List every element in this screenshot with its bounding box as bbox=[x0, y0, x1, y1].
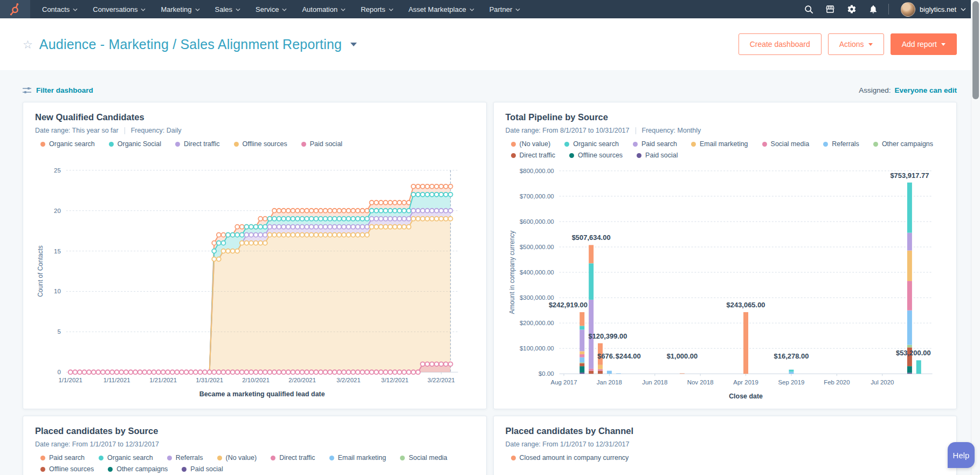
legend-dot-icon bbox=[109, 142, 114, 147]
chevron-down-icon bbox=[961, 8, 966, 11]
legend-item[interactable]: Social media bbox=[400, 454, 447, 462]
help-button[interactable]: Help bbox=[948, 442, 975, 468]
nav-divider bbox=[888, 4, 889, 15]
legend-dot-icon bbox=[564, 142, 569, 147]
new-qualified-candidates-chart: 05101520251/1/20211/11/20211/21/20211/31… bbox=[35, 152, 474, 402]
account-menu[interactable]: biglytics.net bbox=[901, 2, 966, 17]
legend-item[interactable]: Email marketing bbox=[329, 454, 387, 462]
svg-text:$500,000.00: $500,000.00 bbox=[520, 244, 554, 250]
svg-text:$676.: $676. bbox=[597, 352, 615, 360]
legend-item[interactable]: Paid social bbox=[301, 140, 342, 148]
page-scrollbar bbox=[971, 0, 980, 475]
chevron-down-icon bbox=[389, 8, 394, 11]
report-card-new-qualified-candidates: New Qualified Candidates Date range: Thi… bbox=[23, 102, 487, 409]
legend-dot-icon bbox=[234, 142, 239, 147]
nav-item-sales[interactable]: Sales bbox=[208, 0, 249, 18]
chevron-down-icon bbox=[141, 8, 146, 11]
create-dashboard-button[interactable]: Create dashboard bbox=[739, 33, 822, 55]
report-title: Placed candidates by Channel bbox=[506, 426, 945, 436]
legend-item[interactable]: (No value) bbox=[217, 454, 257, 462]
svg-text:1/21/2021: 1/21/2021 bbox=[149, 377, 177, 383]
legend-dot-icon bbox=[40, 467, 45, 472]
hubspot-logo[interactable] bbox=[0, 0, 30, 18]
svg-text:Amount in company currency: Amount in company currency bbox=[508, 231, 515, 314]
filter-dashboard-link[interactable]: Filter dashboard bbox=[23, 86, 93, 94]
legend-item[interactable]: Direct traffic bbox=[175, 140, 219, 148]
chevron-down-icon bbox=[282, 8, 287, 11]
add-report-button[interactable]: Add report bbox=[891, 33, 957, 55]
legend-item[interactable]: Social media bbox=[762, 140, 810, 148]
legend-item[interactable]: Paid social bbox=[182, 465, 223, 473]
svg-text:$600,000.00: $600,000.00 bbox=[520, 218, 554, 225]
legend-item[interactable]: Paid social bbox=[637, 152, 678, 159]
legend-dot-icon bbox=[108, 467, 113, 472]
nav-item-automation[interactable]: Automation bbox=[294, 0, 353, 18]
legend-dot-icon bbox=[40, 456, 45, 460]
legend: Paid searchOrganic searchReferrals(No va… bbox=[40, 454, 474, 473]
legend-item[interactable]: Referrals bbox=[167, 454, 203, 462]
svg-text:25: 25 bbox=[54, 167, 61, 174]
svg-text:Jul 2020: Jul 2020 bbox=[871, 379, 894, 385]
nav-item-reports[interactable]: Reports bbox=[353, 0, 401, 18]
svg-text:$753,917.77: $753,917.77 bbox=[890, 171, 929, 180]
svg-text:$300,000.00: $300,000.00 bbox=[520, 294, 554, 301]
nav-item-service[interactable]: Service bbox=[248, 0, 294, 18]
legend-item[interactable]: Direct traffic bbox=[271, 454, 315, 462]
svg-text:1/11/2021: 1/11/2021 bbox=[103, 377, 130, 383]
report-meta: Date range: From 1/1/2017 to 12/31/2017 bbox=[506, 440, 945, 448]
legend-item[interactable]: Organic Social bbox=[109, 140, 161, 148]
dashboard-header: ☆ Audience - Marketing / Sales Alignment… bbox=[0, 18, 980, 70]
notifications-bell-icon[interactable] bbox=[862, 0, 884, 18]
legend-dot-icon bbox=[182, 467, 187, 472]
scrollbar-thumb[interactable] bbox=[972, 1, 979, 99]
legend-item[interactable]: Closed amount in company currency bbox=[511, 454, 629, 462]
legend-item[interactable]: Other campaigns bbox=[108, 465, 168, 473]
svg-text:20: 20 bbox=[54, 208, 61, 214]
report-meta: Date range: From 1/1/2017 to 12/31/2017 bbox=[35, 440, 474, 448]
legend-item[interactable]: Offline sources bbox=[40, 465, 94, 473]
legend-dot-icon bbox=[511, 142, 516, 147]
assigned-label: Assigned: bbox=[859, 86, 891, 94]
legend-item[interactable]: Offline sources bbox=[569, 152, 623, 159]
legend-item[interactable]: Organic search bbox=[40, 140, 95, 148]
nav-item-contacts[interactable]: Contacts bbox=[34, 0, 85, 18]
actions-button[interactable]: Actions bbox=[828, 33, 884, 55]
svg-text:$243,065.00: $243,065.00 bbox=[726, 301, 765, 309]
nav-item-marketing[interactable]: Marketing bbox=[153, 0, 207, 18]
chevron-down-icon bbox=[236, 8, 240, 11]
svg-text:Aug 2017: Aug 2017 bbox=[550, 379, 577, 385]
nav-item-partner[interactable]: Partner bbox=[482, 0, 528, 18]
nav-item-conversations[interactable]: Conversations bbox=[85, 0, 153, 18]
legend-item[interactable]: (No value) bbox=[511, 140, 551, 148]
meta-divider bbox=[636, 127, 636, 134]
settings-gear-icon[interactable] bbox=[841, 0, 862, 18]
legend-dot-icon bbox=[691, 142, 696, 147]
legend-item[interactable]: Email marketing bbox=[691, 140, 748, 148]
legend-item[interactable]: Paid search bbox=[633, 140, 677, 148]
legend-item[interactable]: Other campaigns bbox=[873, 140, 933, 148]
legend-item[interactable]: Referrals bbox=[823, 140, 859, 148]
legend-dot-icon bbox=[633, 142, 638, 147]
legend-item[interactable]: Direct traffic bbox=[511, 152, 555, 159]
nav-item-asset-marketplace[interactable]: Asset Marketplace bbox=[401, 0, 482, 18]
svg-text:Feb 2020: Feb 2020 bbox=[824, 379, 850, 385]
legend-item[interactable]: Offline sources bbox=[234, 140, 287, 148]
report-meta: Date range: This year so far Frequency: … bbox=[35, 127, 474, 134]
legend-item[interactable]: Organic search bbox=[564, 140, 619, 148]
nav-menu: ContactsConversationsMarketingSalesServi… bbox=[34, 0, 528, 18]
favorite-star-icon[interactable]: ☆ bbox=[23, 39, 33, 50]
nav-right-cluster: biglytics.net bbox=[798, 0, 980, 18]
marketplace-icon[interactable] bbox=[819, 0, 841, 18]
chevron-down-icon bbox=[195, 8, 200, 11]
legend-item[interactable]: Organic search bbox=[99, 454, 153, 462]
assigned-permission-link[interactable]: Everyone can edit bbox=[894, 86, 957, 94]
chevron-down-icon bbox=[73, 8, 78, 11]
search-icon[interactable] bbox=[798, 0, 819, 18]
legend-dot-icon bbox=[271, 456, 275, 460]
svg-text:3/2/2021: 3/2/2021 bbox=[336, 377, 361, 383]
dashboard-toolbar: Filter dashboard Assigned: Everyone can … bbox=[23, 86, 957, 94]
legend-dot-icon bbox=[167, 456, 172, 460]
dashboard-switcher-caret-icon[interactable] bbox=[350, 43, 357, 46]
legend-item[interactable]: Paid search bbox=[40, 454, 85, 462]
date-range: Date range: From 1/1/2017 to 12/31/2017 bbox=[35, 440, 159, 448]
